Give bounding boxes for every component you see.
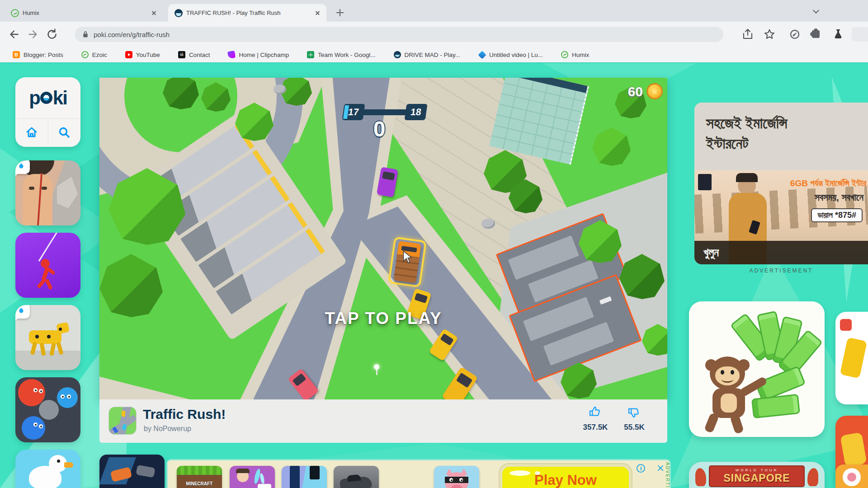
- mouse-cursor-icon: [401, 250, 414, 264]
- sheets-icon: [307, 51, 314, 58]
- monkey-head: [710, 357, 745, 390]
- ad-headline-line1: সহজেই ইমার্জেন্সি: [706, 113, 859, 134]
- bookmark-ezoic[interactable]: Ezoic: [81, 51, 107, 58]
- right-advertisement[interactable]: সহজেই ইমার্জেন্সি ইন্টারনেট 6GB পর্যন্ত …: [694, 103, 868, 264]
- sidewalk: [99, 367, 190, 399]
- play-now-inner: Play Now: [502, 467, 629, 488]
- taxi-shape: [840, 337, 868, 378]
- bookmark-youtube[interactable]: YouTube: [125, 51, 160, 58]
- sidebar-game-tile-stickman-hook[interactable]: [15, 233, 80, 298]
- bookmark-contact[interactable]: ☠Contact: [178, 51, 210, 58]
- ad-icon-doctor: [230, 466, 275, 488]
- monkey-eye: [731, 370, 734, 375]
- ad-info-icon[interactable]: [637, 464, 645, 473]
- address-bar[interactable]: poki.com/en/g/traffic-rush: [75, 27, 723, 42]
- flask-extension-icon[interactable]: [832, 28, 844, 41]
- ad-icon-racing: [334, 466, 379, 488]
- ad-icon-piano: [282, 466, 327, 488]
- mech-joint: [59, 328, 62, 331]
- game-tile-singapore[interactable]: WORLD TOUR SINGAPORE: [689, 462, 825, 488]
- home-button[interactable]: [15, 119, 48, 146]
- advertisement-vertical-label: ADVERTIS: [665, 462, 670, 488]
- tap-to-play-label[interactable]: TAP TO PLAY: [270, 309, 496, 328]
- money-stack: [751, 394, 800, 419]
- extensions-puzzle-icon[interactable]: [812, 30, 820, 38]
- progress-track: [357, 109, 413, 115]
- play-now-button[interactable]: Play Now: [499, 463, 632, 488]
- water-splash: [259, 473, 265, 484]
- tab-close-icon[interactable]: [150, 9, 158, 17]
- sidebar-game-tile-red-vs-blue[interactable]: [15, 377, 80, 442]
- bookmark-drivemad[interactable]: DRIVE MAD - Play...: [394, 51, 461, 58]
- share-icon[interactable]: [741, 28, 754, 41]
- poki-favicon-icon: [175, 9, 183, 17]
- tab-title: Humix: [23, 9, 146, 16]
- yellow-shape: [840, 432, 867, 467]
- tab-humix[interactable]: Humix: [5, 4, 163, 22]
- ad-promo-line2: সবসময়, সবখানে: [815, 192, 863, 203]
- ad-headline-line2: ইন্টারনেট: [706, 134, 859, 154]
- dislike-button[interactable]: 55.5K: [618, 405, 650, 432]
- sidebar-game-tile-mech-animal[interactable]: [15, 305, 80, 370]
- mech-leg: [49, 343, 56, 356]
- piano-tile: [290, 466, 300, 488]
- sidebar-game-tile-duck[interactable]: [15, 450, 80, 488]
- bookmark-label: Humix: [572, 52, 589, 58]
- puzzle-bump: [814, 28, 818, 33]
- piano-tile: [310, 466, 320, 479]
- bookmark-humix[interactable]: Humix: [561, 51, 589, 58]
- eye: [67, 394, 71, 399]
- toilet-shape: [258, 484, 271, 488]
- grass-top: [177, 466, 222, 475]
- game-canvas[interactable]: 17 18 0 60 TAP TO PLAY: [99, 78, 667, 399]
- game-tile-partial[interactable]: [835, 312, 868, 404]
- monkey-smile: [722, 376, 733, 383]
- bookmark-sheets[interactable]: Team Work - Googl...: [307, 51, 375, 58]
- ad-cta-bar[interactable]: খুলুন: [694, 241, 868, 264]
- bookmark-blogger[interactable]: BBlogger: Posts: [13, 51, 63, 58]
- level-number: 18: [410, 107, 422, 117]
- bookmark-clipchamp[interactable]: Home | Clipchamp: [228, 51, 289, 58]
- browser-toolbar: poki.com/en/g/traffic-rush: [0, 22, 868, 47]
- bookmark-star-icon[interactable]: [763, 28, 776, 41]
- rhino-horn-shape: [57, 177, 78, 208]
- like-button[interactable]: 357.5K: [580, 405, 611, 432]
- reload-button[interactable]: [45, 28, 59, 41]
- flame-icon: [18, 307, 25, 315]
- eye: [39, 424, 43, 428]
- back-button[interactable]: [7, 28, 21, 41]
- tab-close-icon[interactable]: [314, 9, 322, 17]
- game-tile-partial-sushi[interactable]: [835, 465, 868, 488]
- forward-button[interactable]: [26, 28, 40, 41]
- ezoic-extension-icon[interactable]: [788, 28, 801, 41]
- dislike-count: 55.5K: [618, 423, 650, 432]
- ad-cta-label: খুলুন: [703, 246, 719, 259]
- blue-blob: [22, 416, 45, 440]
- ad-close-icon[interactable]: [656, 464, 665, 473]
- minecraft-label: MINECRAFT: [177, 481, 222, 486]
- game-tile-partial-cars[interactable]: [99, 455, 165, 488]
- rope-shape: [38, 233, 60, 262]
- singapore-banner: WORLD TOUR SINGAPORE: [709, 465, 805, 487]
- bookmark-label: Contact: [189, 52, 210, 58]
- tab-traffic-rush[interactable]: TRAFFIC RUSH! - Play Traffic Rush: [168, 4, 326, 22]
- poki-o-ball-icon: [40, 92, 52, 104]
- rock: [481, 219, 495, 229]
- bookmark-label: Blogger: Posts: [24, 52, 63, 58]
- mech-joint: [47, 335, 51, 338]
- eye: [33, 422, 38, 427]
- gem-icon: [478, 51, 486, 58]
- mech-leg: [56, 342, 63, 355]
- gloss-shape: [535, 471, 540, 475]
- sidebar-game-tile-face[interactable]: [15, 160, 80, 225]
- bookmark-luma[interactable]: Untitled video | Lu...: [478, 51, 543, 58]
- bottom-advertisement[interactable]: MINECRAFT Play Now ADVERTIS: [166, 459, 671, 488]
- url-text: poki.com/en/g/traffic-rush: [94, 31, 170, 38]
- tab-search-chevron-icon[interactable]: [813, 7, 819, 14]
- profile-avatar[interactable]: [852, 27, 868, 42]
- search-button[interactable]: [48, 119, 81, 146]
- new-tab-button[interactable]: [335, 7, 345, 18]
- world-tour-label: WORLD TOUR: [710, 468, 804, 472]
- bookmark-label: Ezoic: [92, 52, 107, 58]
- game-tile-monkey-mart[interactable]: [689, 301, 825, 437]
